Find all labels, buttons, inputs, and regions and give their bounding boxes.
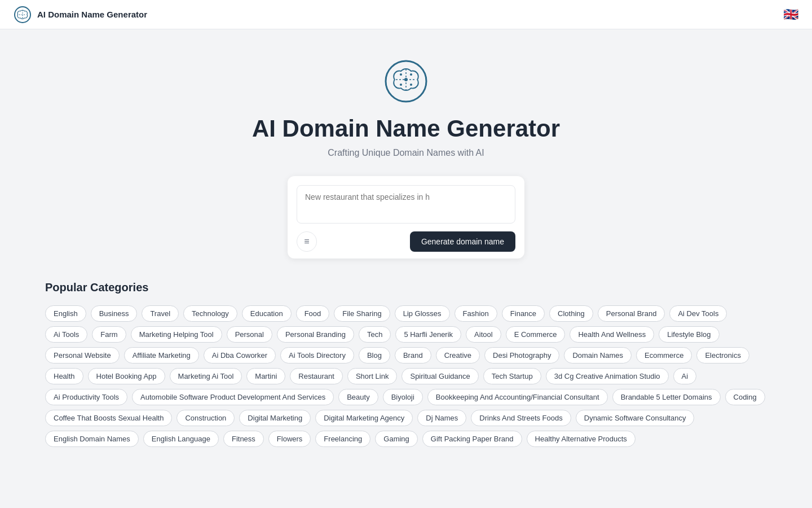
category-tag[interactable]: Affiliate Marketing (124, 347, 199, 364)
category-tag[interactable]: Health (45, 368, 83, 384)
category-tag[interactable]: File Sharing (334, 305, 390, 322)
category-tag[interactable]: Creative (436, 347, 480, 364)
category-tag[interactable]: Automobile Software Product Development … (132, 389, 334, 405)
category-tag[interactable]: Dynamic Software Consultancy (576, 410, 695, 426)
category-tag[interactable]: Ai Productivity Tools (45, 389, 127, 405)
category-tag[interactable]: Digital Marketing (239, 410, 311, 426)
category-tag[interactable]: 3d Cg Creative Animation Studio (546, 368, 669, 384)
category-tag[interactable]: Bookkeeping And Accounting/Financial Con… (427, 389, 608, 405)
category-tag[interactable]: Desi Photography (484, 347, 559, 364)
category-tag[interactable]: Lifestyle Blog (659, 326, 719, 343)
categories-title: Popular Categories (45, 281, 767, 294)
category-tag[interactable]: Digital Marketing Agency (315, 410, 413, 426)
category-tag[interactable]: Restaurant (290, 368, 343, 384)
category-tag[interactable]: Ai (673, 368, 697, 384)
category-tag[interactable]: Short Link (347, 368, 398, 384)
category-tag[interactable]: Hotel Booking App (88, 368, 165, 384)
search-box: ≡ Generate domain name (288, 176, 524, 259)
category-tag[interactable]: Brandable 5 Letter Domains (612, 389, 721, 405)
navbar-left: AI Domain Name Generator (14, 6, 147, 24)
options-icon: ≡ (304, 237, 309, 247)
category-tag[interactable]: Health And Wellness (570, 326, 654, 343)
category-tag[interactable]: Clothing (549, 305, 593, 322)
categories-section: Popular Categories EnglishBusinessTravel… (0, 281, 812, 470)
category-tag[interactable]: Aitool (466, 326, 501, 343)
category-tag[interactable]: Business (91, 305, 138, 322)
hero-brain-icon (383, 59, 429, 104)
category-tag[interactable]: Technology (183, 305, 237, 322)
generate-button[interactable]: Generate domain name (410, 231, 515, 252)
category-tag[interactable]: Tech (359, 326, 391, 343)
category-tag[interactable]: Education (242, 305, 292, 322)
category-tag[interactable]: Healthy Alternative Products (527, 431, 636, 447)
category-tag[interactable]: Fashion (454, 305, 497, 322)
category-tag[interactable]: Domain Names (564, 347, 632, 364)
category-tag[interactable]: Ai Dba Coworker (204, 347, 276, 364)
hero-title: AI Domain Name Generator (252, 115, 560, 142)
svg-point-7 (400, 73, 402, 76)
category-tag[interactable]: Freelancing (315, 431, 370, 447)
category-tag[interactable]: English Language (143, 431, 219, 447)
category-tag[interactable]: Personal Website (45, 347, 120, 364)
category-tag[interactable]: Food (296, 305, 330, 322)
category-tag[interactable]: Fitness (223, 431, 264, 447)
category-tag[interactable]: Flowers (268, 431, 311, 447)
category-tag[interactable]: English Domain Names (45, 431, 139, 447)
category-tag[interactable]: Lip Glosses (395, 305, 450, 322)
navbar-right: 🇬🇧 (783, 7, 798, 22)
category-tag[interactable]: Brand (395, 347, 431, 364)
category-tag[interactable]: Ecommerce (636, 347, 692, 364)
category-tag[interactable]: Gaming (375, 431, 418, 447)
category-tag[interactable]: Personal Branding (277, 326, 354, 343)
category-tag[interactable]: Ai Tools (45, 326, 87, 343)
category-tag[interactable]: Ai Tools Directory (280, 347, 354, 364)
svg-point-10 (410, 84, 412, 86)
category-tag[interactable]: Beauty (338, 389, 378, 405)
category-tag[interactable]: Personal Brand (598, 305, 665, 322)
svg-point-6 (404, 78, 408, 81)
svg-point-9 (400, 84, 402, 86)
search-input[interactable] (297, 185, 515, 224)
category-tag[interactable]: Marketing Ai Tool (170, 368, 242, 384)
category-tag[interactable]: E Commerce (506, 326, 566, 343)
category-tag[interactable]: English (45, 305, 86, 322)
category-tag[interactable]: 5 Harfli Jenerik (395, 326, 461, 343)
category-tag[interactable]: Ai Dev Tools (669, 305, 727, 322)
category-tag[interactable]: Dj Names (417, 410, 466, 426)
category-tag[interactable]: Gift Packing Paper Brand (422, 431, 522, 447)
hero-section: AI Domain Name Generator Crafting Unique… (0, 29, 812, 281)
navbar: AI Domain Name Generator 🇬🇧 (0, 0, 812, 29)
options-button[interactable]: ≡ (297, 231, 317, 252)
tags-container: EnglishBusinessTravelTechnologyEducation… (45, 305, 767, 447)
category-tag[interactable]: Spiritual Guidance (401, 368, 478, 384)
category-tag[interactable]: Coffee That Boosts Sexual Health (45, 410, 172, 426)
category-tag[interactable]: Construction (176, 410, 235, 426)
search-actions: ≡ Generate domain name (297, 231, 515, 252)
category-tag[interactable]: Biyoloji (383, 389, 423, 405)
category-tag[interactable]: Coding (725, 389, 765, 405)
category-tag[interactable]: Marketing Helping Tool (131, 326, 222, 343)
brain-logo-icon (14, 6, 32, 24)
category-tag[interactable]: Martini (246, 368, 285, 384)
hero-subtitle: Crafting Unique Domain Names with AI (328, 148, 484, 158)
category-tag[interactable]: Electronics (696, 347, 749, 364)
language-flag-icon[interactable]: 🇬🇧 (783, 7, 798, 22)
category-tag[interactable]: Personal (227, 326, 272, 343)
category-tag[interactable]: Tech Startup (483, 368, 541, 384)
svg-point-8 (410, 73, 412, 76)
category-tag[interactable]: Farm (92, 326, 126, 343)
category-tag[interactable]: Travel (142, 305, 179, 322)
category-tag[interactable]: Drinks And Streets Foods (471, 410, 571, 426)
category-tag[interactable]: Blog (359, 347, 390, 364)
category-tag[interactable]: Finance (502, 305, 545, 322)
navbar-title: AI Domain Name Generator (37, 10, 147, 19)
